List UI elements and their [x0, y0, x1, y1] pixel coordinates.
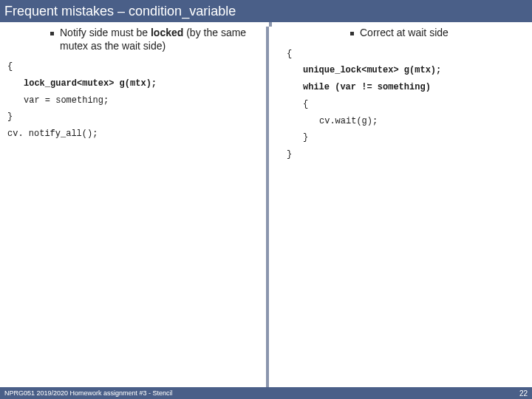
footer-text: NPRG051 2019/2020 Homework assignment #3… — [4, 389, 173, 397]
column-divider — [269, 22, 272, 27]
left-bullet-row: Notify side must be locked (by the same … — [6, 27, 260, 52]
code-line: cv. notify_all(); — [7, 129, 98, 139]
code-line: { — [7, 61, 13, 72]
footer-bar: NPRG051 2019/2020 Homework assignment #3… — [0, 387, 532, 399]
square-bullet-icon — [350, 32, 354, 35]
code-line: } — [287, 149, 292, 160]
square-bullet-icon — [50, 32, 54, 35]
title-bar: Frequent mistakes – condition_variable — [0, 0, 532, 22]
slide-root: Frequent mistakes – condition_variable N… — [0, 0, 532, 399]
code-line: while (var != something) — [303, 82, 431, 92]
slide-title: Frequent mistakes – condition_variable — [4, 4, 236, 19]
code-line: } — [287, 129, 523, 146]
code-line: } — [7, 112, 13, 122]
code-line: var = something; — [7, 92, 260, 109]
left-code-block: { lock_guard<mutex> g(mtx); var = someth… — [6, 58, 260, 143]
right-column: Correct at wait side { unique_lock<mutex… — [266, 27, 529, 399]
code-line: { — [287, 49, 292, 59]
right-code-block: { unique_lock<mutex> g(mtx); while (var … — [284, 46, 523, 164]
page-number: 22 — [519, 389, 528, 398]
left-bullet-text: Notify side must be locked (by the same … — [60, 27, 260, 52]
code-line: { — [287, 96, 523, 113]
content-area: Notify side must be locked (by the same … — [0, 22, 532, 399]
right-bullet-row: Correct at wait side — [284, 27, 523, 40]
code-line: unique_lock<mutex> g(mtx); — [303, 65, 441, 75]
right-bullet-text: Correct at wait side — [360, 27, 449, 40]
code-line: cv.wait(g); — [287, 113, 523, 130]
code-line: lock_guard<mutex> g(mtx); — [24, 78, 157, 89]
left-column: Notify side must be locked (by the same … — [0, 27, 266, 399]
